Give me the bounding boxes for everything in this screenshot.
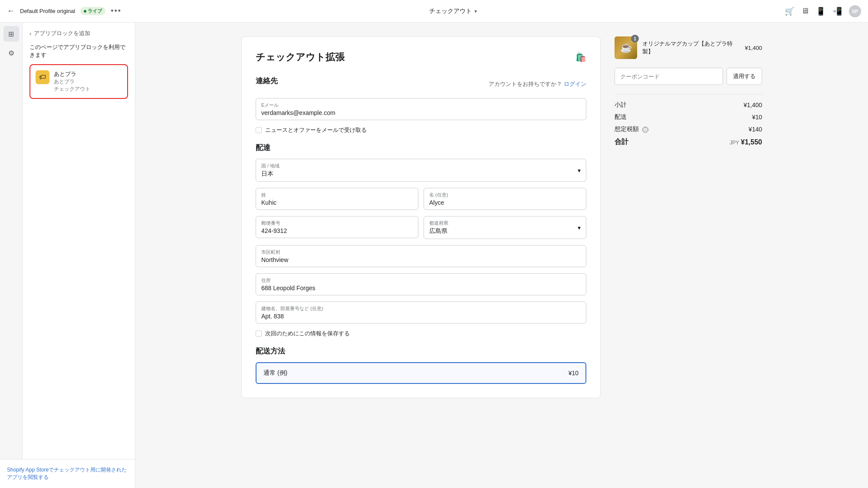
topbar: ← Default Profile original ライブ ••• チェックア… (0, 0, 868, 23)
login-link[interactable]: ログイン (564, 81, 586, 87)
coupon-apply-button[interactable]: 適用する (727, 68, 762, 85)
city-field-group: 市区町村 Northview (256, 245, 586, 267)
newsletter-label: ニュースとオファーをメールで受け取る (265, 126, 367, 134)
newsletter-checkbox[interactable] (256, 127, 262, 133)
sidebar-content: ‹ アプリブロックを追加 このページでアプリブロックを利用できます 🏷 あとプラ… (23, 23, 135, 459)
cart-icon[interactable]: 🛒 (785, 7, 794, 16)
shipping-value: ¥10 (752, 114, 762, 121)
total-label: 合計 (615, 138, 628, 147)
avatar[interactable]: SP (849, 5, 861, 17)
last-name-field-group: 姓 Kuhic (256, 188, 418, 210)
city-value: Northview (261, 256, 581, 263)
topbar-left: ← Default Profile original ライブ ••• (7, 7, 122, 16)
back-arrow-icon: ‹ (30, 30, 31, 37)
newsletter-row: ニュースとオファーをメールで受け取る (256, 126, 586, 134)
subtotal-value: ¥1,400 (743, 102, 762, 108)
bag-icon: 🛍️ (575, 52, 586, 62)
email-value[interactable]: verdamarks@example.com (261, 109, 581, 116)
product-price: ¥1,400 (745, 45, 762, 51)
name-row: 姓 Kuhic 名 (任意) Alyce (256, 188, 586, 210)
summary-lines: 小計 ¥1,400 配送 ¥10 想定税額 ⓘ ¥140 (615, 94, 762, 147)
first-name-wrapper[interactable]: 名 (任意) Alyce (424, 188, 586, 210)
address-value: 688 Leopold Forges (261, 285, 581, 291)
address2-field-group: 建物名、部屋番号など (任意) Apt. 838 (256, 301, 586, 324)
topbar-center: チェックアウト ▾ (429, 7, 477, 15)
country-label: 国 / 地域 (261, 163, 279, 169)
shipping-method-option[interactable]: 通常 (例) ¥10 (256, 362, 586, 384)
postal-wrapper[interactable]: 郵便番号 424-9312 (256, 216, 418, 238)
monitor-icon[interactable]: 🖥 (801, 7, 809, 16)
live-dot (84, 10, 86, 13)
prefecture-label: 都道府県 (429, 220, 448, 226)
address-label: 住所 (261, 277, 581, 284)
login-link-area: アカウントをお持ちですか？ ログイン (489, 80, 586, 88)
first-name-label: 名 (任意) (429, 192, 581, 198)
back-icon[interactable]: ← (7, 7, 15, 16)
product-quantity-badge: 1 (631, 35, 639, 43)
checkout-header: チェックアウト拡張 🛍️ (256, 51, 586, 64)
coupon-input[interactable] (615, 68, 723, 85)
sidebar-footer: Shopify App Storeでチェックアウト用に開発されたアプリを閲覧する (0, 459, 135, 488)
sidebar-description: このページでアプリブロックを利用できます (30, 43, 128, 59)
address-field-group: 住所 688 Leopold Forges (256, 273, 586, 295)
shopify-app-store-link[interactable]: Shopify App Store (7, 467, 49, 473)
block-page: チェックアウト (54, 85, 90, 93)
subtotal-label: 小計 (615, 101, 627, 109)
tax-info-icon[interactable]: ⓘ (642, 127, 648, 133)
address-wrapper[interactable]: 住所 688 Leopold Forges (256, 273, 586, 295)
address2-wrapper[interactable]: 建物名、部屋番号など (任意) Apt. 838 (256, 301, 586, 324)
email-field-wrapper: Eメール verdamarks@example.com (256, 98, 586, 120)
sidebar-icon-settings[interactable]: ⚙ (3, 45, 19, 61)
country-value: 日本 (261, 170, 279, 178)
country-field-group: 国 / 地域 日本 ▾ (256, 159, 586, 182)
country-chevron-icon: ▾ (578, 167, 581, 174)
mug-emoji: ☕ (620, 42, 632, 53)
shipping-section-title: 配送方法 (256, 346, 586, 356)
shipping-method-name: 通常 (例) (263, 369, 287, 377)
product-image-wrapper: ☕ 1 (615, 36, 637, 59)
product-row: ☕ 1 オリジナルマグカップ【あとプラ特製】 ¥1,400 (615, 36, 762, 59)
live-badge: ライブ (80, 7, 105, 15)
first-name-field-group: 名 (任意) Alyce (424, 188, 586, 210)
email-field-group: Eメール verdamarks@example.com (256, 98, 586, 120)
main-content: チェックアウト拡張 🛍️ 連絡先 アカウントをお持ちですか？ ログイン Eメール… (135, 23, 868, 488)
last-name-value: Kuhic (261, 199, 413, 206)
tablet-icon[interactable]: 📱 (816, 7, 825, 16)
shipping-label: 配送 (615, 113, 627, 121)
block-card[interactable]: 🏷 あとプラ あとプラ チェックアウト (30, 64, 128, 99)
prefecture-wrapper[interactable]: 都道府県 広島県 ▾ (424, 216, 586, 239)
last-name-wrapper[interactable]: 姓 Kuhic (256, 188, 418, 210)
contact-header: 連絡先 アカウントをお持ちですか？ ログイン (256, 76, 586, 92)
subtotal-line: 小計 ¥1,400 (615, 101, 762, 109)
country-field-wrapper[interactable]: 国 / 地域 日本 ▾ (256, 159, 586, 182)
mobile-icon[interactable]: 📲 (832, 7, 842, 16)
sidebar-back-button[interactable]: ‹ アプリブロックを追加 (30, 29, 128, 37)
sidebar-inner: ⊞ ⚙ ‹ アプリブロックを追加 このページでアプリブロックを利用できます 🏷 … (0, 23, 135, 459)
email-label: Eメール (261, 102, 581, 108)
postal-label: 郵便番号 (261, 220, 413, 226)
country-field-content: 国 / 地域 日本 (261, 163, 279, 178)
save-info-label: 次回のためにこの情報を保存する (265, 330, 350, 337)
save-info-checkbox[interactable] (256, 331, 262, 337)
sidebar: ⊞ ⚙ ‹ アプリブロックを追加 このページでアプリブロックを利用できます 🏷 … (0, 23, 135, 488)
sidebar-icon-blocks[interactable]: ⊞ (3, 26, 19, 42)
more-button[interactable]: ••• (111, 7, 122, 16)
last-name-label: 姓 (261, 192, 413, 198)
prefecture-content: 都道府県 広島県 (429, 220, 448, 235)
city-wrapper[interactable]: 市区町村 Northview (256, 245, 586, 267)
order-summary: ☕ 1 オリジナルマグカップ【あとプラ特製】 ¥1,400 適用する (615, 36, 762, 147)
tax-line: 想定税額 ⓘ ¥140 (615, 125, 762, 133)
checkout-title: チェックアウト拡張 (256, 51, 345, 64)
tax-label: 想定税額 ⓘ (615, 125, 648, 133)
prefecture-value: 広島県 (429, 227, 448, 235)
shipping-line: 配送 ¥10 (615, 113, 762, 121)
block-info: あとプラ あとプラ チェックアウト (54, 70, 90, 93)
contact-section-title: 連絡先 (256, 76, 278, 86)
total-currency: JPY (730, 140, 739, 146)
postal-field-group: 郵便番号 424-9312 (256, 216, 418, 239)
tax-value: ¥140 (749, 126, 762, 133)
chevron-down-icon[interactable]: ▾ (474, 8, 477, 14)
sidebar-icons: ⊞ ⚙ (0, 23, 23, 459)
shipping-method-price: ¥10 (569, 370, 579, 377)
profile-name: Default Profile original (20, 8, 75, 14)
